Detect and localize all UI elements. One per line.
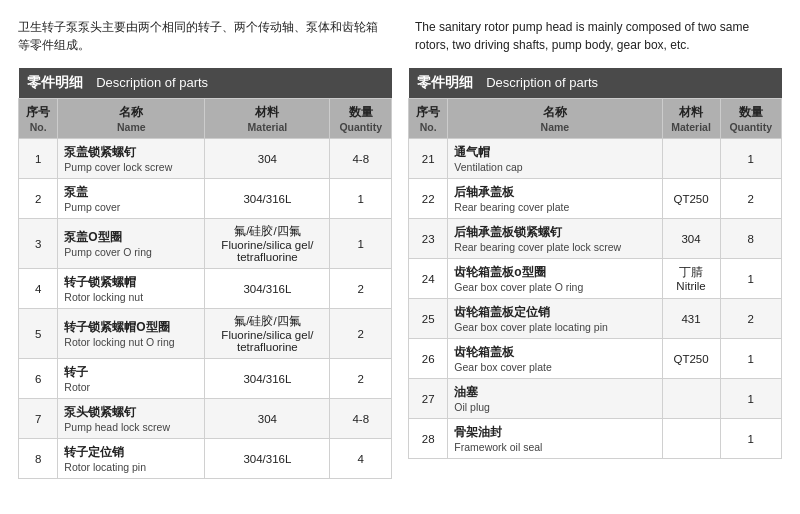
intro-text-right: The sanitary rotor pump head is mainly c… [415, 18, 782, 54]
cell-no: 7 [19, 399, 58, 439]
cell-qty: 2 [720, 179, 781, 219]
table2: 零件明细 Description of parts 序号No. 名称Name 材… [408, 68, 782, 459]
cell-material: 氟/硅胶/四氟Fluorine/silica gel/tetrafluorine [205, 309, 330, 359]
table-row: 3泵盖O型圈Pump cover O ring氟/硅胶/四氟Fluorine/s… [19, 219, 392, 269]
table2-title-zh: 零件明细 [417, 74, 473, 90]
table-row: 28骨架油封Framework oil seal1 [409, 419, 782, 459]
table1-col-no: 序号No. [19, 99, 58, 139]
cell-qty: 2 [330, 359, 392, 399]
cell-name: 齿轮箱盖板Gear box cover plate [448, 339, 662, 379]
cell-material: 431 [662, 299, 720, 339]
cell-name: 油塞Oil plug [448, 379, 662, 419]
cell-name: 转子锁紧螺帽O型圈Rotor locking nut O ring [58, 309, 205, 359]
cell-no: 5 [19, 309, 58, 359]
cell-material [662, 419, 720, 459]
cell-material: 304/316L [205, 359, 330, 399]
table-row: 24齿轮箱盖板o型圈Gear box cover plate O ring丁腈N… [409, 259, 782, 299]
cell-name: 通气帽Ventilation cap [448, 139, 662, 179]
table-row: 2泵盖Pump cover304/316L1 [19, 179, 392, 219]
cell-qty: 1 [330, 179, 392, 219]
cell-material: QT250 [662, 179, 720, 219]
table2-col-material: 材料Material [662, 99, 720, 139]
table1-col-headers: 序号No. 名称Name 材料Material 数量Quantity [19, 99, 392, 139]
cell-no: 28 [409, 419, 448, 459]
cell-qty: 1 [720, 139, 781, 179]
cell-qty: 4 [330, 439, 392, 479]
cell-qty: 4-8 [330, 139, 392, 179]
table1-title: 零件明细 Description of parts [19, 68, 392, 99]
table2-col-headers: 序号No. 名称Name 材料Material 数量Quantity [409, 99, 782, 139]
cell-qty: 2 [330, 309, 392, 359]
cell-material: 304/316L [205, 179, 330, 219]
cell-name: 泵盖O型圈Pump cover O ring [58, 219, 205, 269]
cell-name: 齿轮箱盖板o型圈Gear box cover plate O ring [448, 259, 662, 299]
cell-material: 304/316L [205, 439, 330, 479]
table-row: 6转子Rotor304/316L2 [19, 359, 392, 399]
table-row: 26齿轮箱盖板Gear box cover plateQT2501 [409, 339, 782, 379]
cell-no: 26 [409, 339, 448, 379]
table1: 零件明细 Description of parts 序号No. 名称Name 材… [18, 68, 392, 479]
intro-section: 卫生转子泵泵头主要由两个相同的转子、两个传动轴、泵体和齿轮箱等零件组成。 The… [18, 18, 782, 54]
table1-body: 1泵盖锁紧螺钉Pump cover lock screw3044-82泵盖Pum… [19, 139, 392, 479]
table2-col-qty: 数量Quantity [720, 99, 781, 139]
tables-section: 零件明细 Description of parts 序号No. 名称Name 材… [18, 68, 782, 479]
cell-qty: 2 [720, 299, 781, 339]
cell-qty: 1 [720, 259, 781, 299]
cell-no: 21 [409, 139, 448, 179]
cell-name: 后轴承盖板锁紧螺钉Rear bearing cover plate lock s… [448, 219, 662, 259]
table-row: 25齿轮箱盖板定位销Gear box cover plate locating … [409, 299, 782, 339]
cell-material: 304 [205, 399, 330, 439]
table2-title-en: Description of parts [486, 75, 598, 90]
cell-material: 304 [205, 139, 330, 179]
cell-qty: 1 [720, 379, 781, 419]
table-row: 27油塞Oil plug1 [409, 379, 782, 419]
cell-name: 骨架油封Framework oil seal [448, 419, 662, 459]
table1-col-material: 材料Material [205, 99, 330, 139]
cell-no: 3 [19, 219, 58, 269]
cell-name: 转子锁紧螺帽Rotor locking nut [58, 269, 205, 309]
table-row: 8转子定位销Rotor locating pin304/316L4 [19, 439, 392, 479]
intro-text-left: 卫生转子泵泵头主要由两个相同的转子、两个传动轴、泵体和齿轮箱等零件组成。 [18, 18, 385, 54]
cell-no: 25 [409, 299, 448, 339]
table1-wrap: 零件明细 Description of parts 序号No. 名称Name 材… [18, 68, 392, 479]
cell-name: 转子Rotor [58, 359, 205, 399]
cell-no: 4 [19, 269, 58, 309]
cell-no: 23 [409, 219, 448, 259]
cell-material: 丁腈Nitrile [662, 259, 720, 299]
cell-qty: 2 [330, 269, 392, 309]
table2-header: 零件明细 Description of parts [409, 68, 782, 99]
cell-material: 304 [662, 219, 720, 259]
table-row: 1泵盖锁紧螺钉Pump cover lock screw3044-8 [19, 139, 392, 179]
table-row: 5转子锁紧螺帽O型圈Rotor locking nut O ring氟/硅胶/四… [19, 309, 392, 359]
cell-material [662, 379, 720, 419]
cell-name: 泵头锁紧螺钉Pump head lock screw [58, 399, 205, 439]
table2-wrap: 零件明细 Description of parts 序号No. 名称Name 材… [408, 68, 782, 479]
table-row: 21通气帽Ventilation cap1 [409, 139, 782, 179]
cell-no: 24 [409, 259, 448, 299]
table1-col-qty: 数量Quantity [330, 99, 392, 139]
cell-name: 泵盖Pump cover [58, 179, 205, 219]
table2-col-name: 名称Name [448, 99, 662, 139]
cell-qty: 1 [720, 419, 781, 459]
cell-qty: 4-8 [330, 399, 392, 439]
table1-title-zh: 零件明细 [27, 74, 83, 90]
cell-no: 1 [19, 139, 58, 179]
cell-no: 6 [19, 359, 58, 399]
cell-material [662, 139, 720, 179]
cell-name: 泵盖锁紧螺钉Pump cover lock screw [58, 139, 205, 179]
table-row: 22后轴承盖板Rear bearing cover plateQT2502 [409, 179, 782, 219]
table-row: 23后轴承盖板锁紧螺钉Rear bearing cover plate lock… [409, 219, 782, 259]
table-row: 4转子锁紧螺帽Rotor locking nut304/316L2 [19, 269, 392, 309]
cell-qty: 1 [330, 219, 392, 269]
table1-col-name: 名称Name [58, 99, 205, 139]
cell-qty: 1 [720, 339, 781, 379]
table1-header: 零件明细 Description of parts [19, 68, 392, 99]
cell-material: 氟/硅胶/四氟Fluorine/silica gel/tetrafluorine [205, 219, 330, 269]
cell-no: 2 [19, 179, 58, 219]
table2-title: 零件明细 Description of parts [409, 68, 782, 99]
table-row: 7泵头锁紧螺钉Pump head lock screw3044-8 [19, 399, 392, 439]
cell-material: QT250 [662, 339, 720, 379]
cell-material: 304/316L [205, 269, 330, 309]
table2-col-no: 序号No. [409, 99, 448, 139]
cell-name: 转子定位销Rotor locating pin [58, 439, 205, 479]
